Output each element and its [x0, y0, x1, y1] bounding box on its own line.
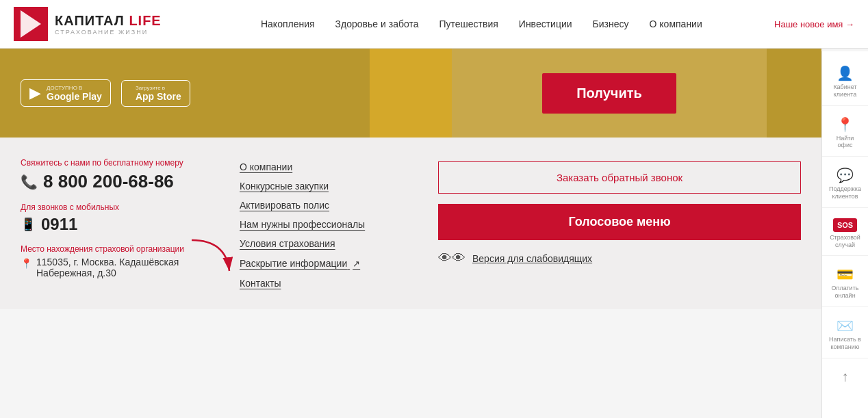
banner-right: Получить — [452, 49, 767, 138]
new-name-link[interactable]: Наше новое имя → — [774, 19, 854, 29]
mobile-label: Для звонков с мобильных — [21, 203, 212, 212]
map-pin-icon: 📍 — [837, 116, 854, 133]
link-aktivirovat[interactable]: Активировать полис — [240, 200, 411, 211]
link-usloviya[interactable]: Условия страхования — [240, 238, 411, 249]
user-icon: 👤 — [837, 65, 854, 81]
nav-item-nakopleniya[interactable]: Накопления — [261, 18, 315, 29]
external-link-icon: ↗ — [353, 259, 360, 269]
phone-icon: 📞 — [21, 174, 38, 190]
nav-item-biznesu[interactable]: Бизнесу — [593, 18, 629, 29]
get-button[interactable]: Получить — [542, 73, 676, 114]
app-store-big-text: App Store — [136, 91, 181, 102]
google-play-badge[interactable]: ▶ ДОСТУПНО В Google Play — [21, 79, 111, 107]
address-text: 📍 115035, г. Москва. Кадашёвская Набереж… — [21, 257, 212, 278]
card-icon: 💳 — [837, 266, 854, 283]
annotation-arrow — [185, 237, 240, 278]
main-nav: Накопления Здоровье и забота Путешествия… — [189, 18, 774, 29]
phone-main: 📞 8 800 200-68-86 — [21, 171, 212, 192]
sidebar-item-write[interactable]: ✉️ Написать вкомпанию — [822, 311, 868, 358]
arrow-container: Раскрытие информации ↗ — [240, 257, 411, 270]
footer-links: О компании Конкурсные закупки Активирова… — [240, 158, 411, 289]
header: КАПИТАЛ LIFE СТРАХОВАНИЕ ЖИЗНИ Накоплени… — [0, 0, 868, 49]
vision-row: 👁👁 Версия для слабовидящих — [438, 250, 801, 266]
banner: ▶ ДОСТУПНО В Google Play Загрузите в App… — [0, 49, 821, 138]
nav-item-investicii[interactable]: Инвестиции — [519, 18, 572, 29]
nav-item-o-kompanii[interactable]: О компании — [650, 18, 702, 29]
link-professionaly[interactable]: Нам нужны профессионалы — [240, 219, 411, 230]
sidebar-item-cabinet[interactable]: 👤 Кабинетклиента — [822, 58, 868, 106]
link-o-kompanii[interactable]: О компании — [240, 161, 411, 172]
sidebar-item-office[interactable]: 📍 Найтиофис — [822, 109, 868, 157]
app-store-small-text: Загрузите в — [136, 85, 181, 91]
voice-menu-button[interactable]: Голосовое меню — [438, 204, 801, 240]
callback-button[interactable]: Заказать обратный звонок — [438, 161, 801, 194]
phone-mobile-number: 0911 — [41, 215, 77, 234]
nav-item-zdorovye[interactable]: Здоровье и забота — [335, 18, 419, 29]
email-icon: ✉️ — [837, 317, 854, 334]
phone-label: Свяжитесь с нами по бесплатному номеру — [21, 158, 212, 168]
logo-subtitle: СТРАХОВАНИЕ ЖИЗНИ — [55, 29, 162, 36]
sidebar-item-pay[interactable]: 💳 Оплатитьонлайн — [822, 259, 868, 307]
sos-icon: SOS — [833, 218, 857, 232]
nav-item-puteshestviya[interactable]: Путешествия — [439, 18, 498, 29]
banner-far-right — [767, 49, 821, 138]
sidebar: 👤 Кабинетклиента 📍 Найтиофис 💬 Поддержка… — [821, 51, 868, 418]
footer-contact: Свяжитесь с нами по бесплатному номеру 📞… — [21, 158, 212, 289]
address-label: Место нахождения страховой организации — [21, 244, 212, 254]
sidebar-item-scroll-top[interactable]: ↑ — [822, 362, 868, 393]
google-play-big-text: Google Play — [47, 91, 102, 102]
sidebar-item-sos[interactable]: SOS Страховойслучай — [822, 211, 868, 257]
app-store-badge[interactable]: Загрузите в App Store — [121, 80, 190, 107]
footer: Свяжитесь с нами по бесплатному номеру 📞… — [0, 138, 821, 309]
google-play-small-text: ДОСТУПНО В — [47, 85, 102, 91]
vision-link[interactable]: Версия для слабовидящих — [472, 253, 592, 264]
mobile-icon: 📱 — [21, 217, 36, 232]
logo-icon — [14, 7, 48, 41]
google-play-icon: ▶ — [29, 84, 41, 102]
footer-cta: Заказать обратный звонок Голосовое меню … — [438, 158, 801, 289]
phone-mobile: 📱 0911 — [21, 215, 212, 234]
link-kontakty[interactable]: Контакты — [240, 278, 411, 289]
banner-middle — [370, 49, 452, 138]
main-content: ▶ ДОСТУПНО В Google Play Загрузите в App… — [0, 49, 821, 309]
sidebar-item-support[interactable]: 💬 Поддержкаклиентов — [822, 160, 868, 208]
chat-icon: 💬 — [837, 167, 854, 183]
link-raskrytie[interactable]: Раскрытие информации ↗ — [240, 258, 360, 269]
location-icon: 📍 — [21, 258, 32, 278]
link-konkursnye[interactable]: Конкурсные закупки — [240, 181, 411, 192]
logo[interactable]: КАПИТАЛ LIFE СТРАХОВАНИЕ ЖИЗНИ — [14, 7, 162, 41]
phone-main-number: 8 800 200-68-86 — [43, 171, 174, 192]
logo-title: КАПИТАЛ LIFE — [55, 13, 162, 29]
banner-left: ▶ ДОСТУПНО В Google Play Загрузите в App… — [0, 49, 370, 138]
vision-icon: 👁👁 — [438, 250, 465, 266]
arrow-up-icon: ↑ — [842, 369, 849, 384]
